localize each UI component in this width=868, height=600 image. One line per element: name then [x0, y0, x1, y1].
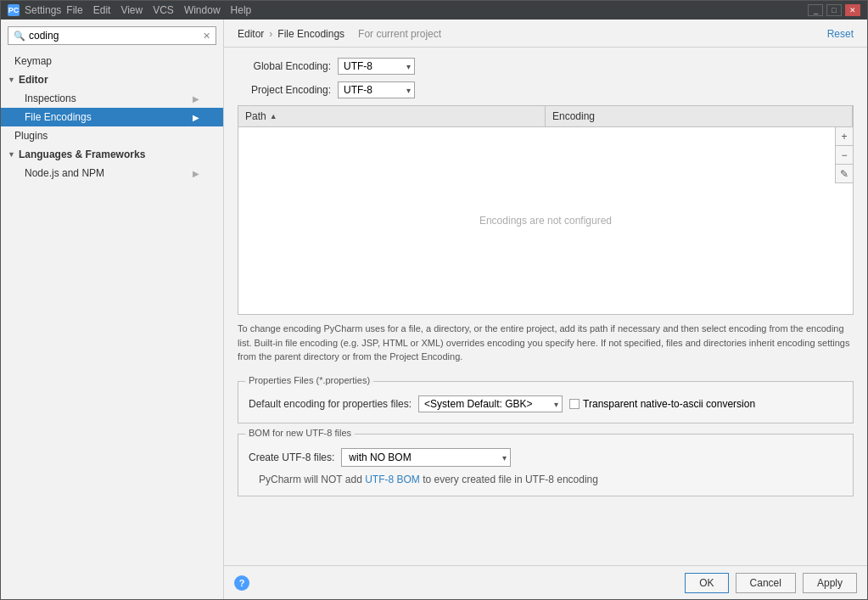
header-left: Editor › File Encodings For current proj…	[238, 28, 441, 40]
global-encoding-select[interactable]: UTF-8 UTF-16 ISO-8859-1	[338, 58, 415, 75]
menu-vcs[interactable]: VCS	[153, 4, 174, 16]
menu-view[interactable]: View	[120, 4, 143, 16]
app-icon: PC	[8, 4, 20, 16]
menu-edit[interactable]: Edit	[93, 4, 111, 16]
search-input[interactable]	[29, 30, 199, 42]
ok-button[interactable]: OK	[685, 573, 728, 593]
col-path: Path ▲	[238, 106, 546, 126]
properties-encoding-select[interactable]: <System Default: GBK> UTF-8 ISO-8859-1	[418, 395, 563, 412]
breadcrumb-separator: ›	[269, 28, 272, 40]
title-bar: PC Settings File Edit View VCS Window He…	[1, 1, 867, 20]
clear-search-icon[interactable]: ✕	[203, 31, 210, 42]
project-encoding-row: Project Encoding: UTF-8 UTF-16 ISO-8859-…	[238, 81, 854, 98]
encodings-table: Path ▲ Encoding Encodings are not config…	[238, 105, 854, 315]
nav-list: Keymap ▼ Editor Inspections ▶ File Encod…	[1, 52, 223, 599]
project-encoding-select[interactable]: UTF-8 UTF-16 ISO-8859-1	[338, 81, 415, 98]
reset-button[interactable]: Reset	[827, 28, 854, 40]
edit-encoding-button[interactable]: ✎	[836, 165, 853, 183]
table-empty-message: Encodings are not configured	[479, 215, 612, 227]
settings-window: PC Settings File Edit View VCS Window He…	[0, 0, 868, 600]
bom-note: PyCharm will NOT add UTF-8 BOM to every …	[259, 474, 843, 485]
project-label: For current project	[358, 28, 441, 40]
global-encoding-label: Global Encoding:	[238, 60, 331, 72]
project-encoding-label: Project Encoding:	[238, 84, 331, 96]
main-header: Editor › File Encodings For current proj…	[224, 20, 867, 48]
col-encoding: Encoding	[546, 106, 853, 126]
sidebar-item-keymap[interactable]: Keymap	[1, 52, 223, 70]
transparent-label: Transparent native-to-ascii conversion	[583, 398, 755, 410]
nodejs-scope-icon: ▶	[193, 169, 199, 178]
languages-group-arrow: ▼	[8, 150, 15, 159]
menu-file[interactable]: File	[66, 4, 82, 16]
help-button[interactable]: ?	[234, 575, 249, 591]
create-utf8-select[interactable]: with NO BOM with BOM	[341, 448, 511, 467]
remove-encoding-button[interactable]: −	[836, 146, 853, 165]
window-title: Settings	[25, 4, 61, 16]
bom-select-wrap: with NO BOM with BOM	[341, 448, 511, 467]
cancel-button[interactable]: Cancel	[736, 573, 796, 593]
bom-section: BOM for new UTF-8 files Create UTF-8 fil…	[238, 434, 854, 496]
bom-row: Create UTF-8 files: with NO BOM with BOM	[249, 448, 843, 467]
title-bar-left: PC Settings File Edit View VCS Window He…	[8, 4, 251, 16]
dialog-content: 🔍 ✕ Keymap ▼ Editor Inspections ▶	[1, 20, 867, 599]
main-panel: Editor › File Encodings For current proj…	[224, 20, 867, 599]
properties-encoding-select-wrap: <System Default: GBK> UTF-8 ISO-8859-1	[418, 395, 563, 412]
transparent-checkbox-wrap[interactable]: Transparent native-to-ascii conversion	[569, 398, 755, 410]
properties-encoding-row: Default encoding for properties files: <…	[249, 395, 843, 412]
global-encoding-select-wrap: UTF-8 UTF-16 ISO-8859-1	[338, 58, 415, 75]
transparent-checkbox[interactable]	[569, 399, 580, 409]
apply-button[interactable]: Apply	[803, 573, 857, 593]
sort-arrow-icon: ▲	[270, 112, 277, 121]
sidebar-item-nodejs[interactable]: Node.js and NPM ▶	[1, 164, 223, 182]
add-encoding-button[interactable]: +	[836, 127, 853, 146]
properties-section-title: Properties Files (*.properties)	[245, 375, 373, 385]
footer-right: OK Cancel Apply	[685, 573, 857, 593]
default-encoding-label: Default encoding for properties files:	[249, 398, 412, 410]
maximize-button[interactable]: □	[826, 4, 842, 16]
file-encodings-scope-icon: ▶	[193, 113, 199, 122]
utf8-bom-link[interactable]: UTF-8 BOM	[365, 474, 420, 485]
table-header: Path ▲ Encoding	[238, 106, 853, 127]
project-encoding-select-wrap: UTF-8 UTF-16 ISO-8859-1	[338, 81, 415, 98]
breadcrumb-parent: Editor	[238, 28, 264, 40]
close-button[interactable]: ✕	[845, 4, 860, 16]
window-controls: ⎯ □ ✕	[808, 4, 860, 16]
properties-files-section: Properties Files (*.properties) Default …	[238, 381, 854, 423]
dialog-footer: ? OK Cancel Apply	[224, 565, 867, 599]
main-content: Global Encoding: UTF-8 UTF-16 ISO-8859-1…	[224, 48, 867, 565]
footer-left: ?	[234, 575, 249, 591]
editor-group-arrow: ▼	[8, 76, 15, 84]
bom-note-after: to every created file in UTF-8 encoding	[420, 474, 598, 485]
table-body: Encodings are not configured + − ✎	[238, 127, 853, 314]
search-box: 🔍 ✕	[1, 20, 223, 52]
sidebar-group-editor[interactable]: ▼ Editor	[1, 70, 223, 89]
sidebar-item-file-encodings[interactable]: File Encodings ▶	[1, 108, 223, 126]
global-encoding-row: Global Encoding: UTF-8 UTF-16 ISO-8859-1	[238, 58, 854, 75]
sidebar-item-plugins[interactable]: Plugins	[1, 126, 223, 145]
minimize-button[interactable]: ⎯	[808, 4, 823, 16]
sidebar: 🔍 ✕ Keymap ▼ Editor Inspections ▶	[1, 20, 224, 599]
search-wrap: 🔍 ✕	[8, 26, 216, 45]
sidebar-group-languages[interactable]: ▼ Languages & Frameworks	[1, 145, 223, 164]
bom-note-before: PyCharm will NOT add	[259, 474, 365, 485]
menu-bar: File Edit View VCS Window Help	[66, 4, 251, 16]
breadcrumb-current: File Encodings	[277, 28, 344, 40]
search-icon: 🔍	[14, 31, 25, 42]
table-actions: + − ✎	[835, 127, 853, 183]
inspections-scope-icon: ▶	[193, 94, 199, 104]
bom-section-title: BOM for new UTF-8 files	[245, 428, 355, 438]
breadcrumb: Editor › File Encodings	[238, 28, 344, 40]
info-text: To change encoding PyCharm uses for a fi…	[238, 322, 854, 371]
menu-window[interactable]: Window	[184, 4, 221, 16]
create-utf8-label: Create UTF-8 files:	[249, 451, 334, 463]
menu-help[interactable]: Help	[231, 4, 252, 16]
sidebar-item-inspections[interactable]: Inspections ▶	[1, 89, 223, 108]
